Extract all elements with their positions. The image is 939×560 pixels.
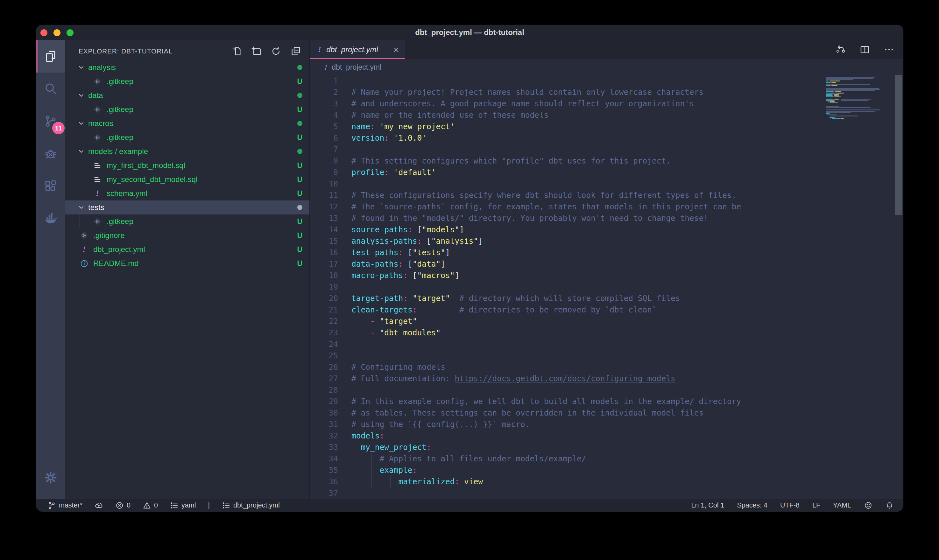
tree-file-schema.yml[interactable]: !schema.ymlU [65, 186, 309, 200]
close-window-button[interactable] [40, 29, 48, 36]
code-line[interactable]: source-paths: ["models"] [351, 224, 741, 235]
code-line[interactable]: # Name your project! Project names shoul… [351, 86, 741, 98]
new-folder-button[interactable] [251, 46, 262, 57]
code-line[interactable]: # Full documentation: https://docs.getdb… [351, 373, 741, 385]
status-warnings[interactable]: 0 [143, 501, 158, 510]
status-indentation[interactable]: Spaces: 4 [737, 502, 767, 509]
code-token: : [384, 133, 389, 143]
code-line[interactable]: version: '1.0.0' [351, 132, 741, 144]
code-token: : [426, 443, 431, 452]
tree-folder-analysis[interactable]: analysis [65, 60, 309, 74]
chevron-down-icon[interactable] [77, 120, 85, 127]
tree-file-.gitkeep[interactable]: .gitkeepU [65, 103, 309, 117]
tree-file-README.md[interactable]: README.mdU [65, 257, 309, 271]
new-file-button[interactable] [231, 46, 242, 57]
refresh-button[interactable] [271, 46, 282, 57]
code-line[interactable]: macro-paths: ["macros"] [351, 270, 741, 281]
status-errors[interactable]: 0 [115, 501, 131, 510]
status-cursor-position[interactable]: Ln 1, Col 1 [691, 502, 724, 509]
code-line[interactable] [351, 281, 741, 293]
code-line[interactable]: # and underscores. A good package name s… [351, 98, 741, 109]
zoom-window-button[interactable] [66, 29, 74, 36]
tree-file-.gitkeep[interactable]: .gitkeepU [65, 214, 309, 228]
status-publish[interactable] [94, 501, 103, 510]
code-line[interactable] [351, 338, 741, 350]
chevron-down-icon[interactable] [77, 64, 85, 71]
activity-item-settings[interactable] [36, 462, 65, 494]
status-encoding[interactable]: UTF-8 [780, 502, 800, 509]
code-line[interactable]: # The `source-paths` config, for example… [351, 201, 741, 212]
status-eol[interactable]: LF [812, 502, 820, 509]
code-line[interactable]: # Applies to all files under models/exam… [351, 453, 741, 465]
status-outline-file[interactable]: dbt_project.yml [222, 501, 280, 510]
tree-file-.gitignore[interactable]: .gitignoreU [65, 228, 309, 243]
code-token: dbt_modules [384, 328, 436, 337]
activity-item-search[interactable] [36, 72, 65, 105]
chevron-down-icon[interactable] [77, 92, 85, 99]
chevron-down-icon[interactable] [77, 204, 85, 211]
activity-item-explorer[interactable] [36, 40, 65, 72]
code-line[interactable] [351, 178, 741, 190]
tree-folder-data[interactable]: data [65, 88, 309, 103]
tree-file-.gitkeep[interactable]: .gitkeepU [65, 131, 309, 145]
more-actions-button[interactable] [884, 44, 894, 55]
code-line[interactable]: # In this example config, we tell dbt to… [351, 396, 741, 407]
code-line[interactable]: clean-targets: # directories to be remov… [351, 304, 741, 315]
status-outline-language[interactable]: yaml [170, 501, 196, 510]
code-line[interactable]: - "dbt_modules" [351, 327, 741, 338]
minimize-window-button[interactable] [54, 29, 60, 36]
status-language-mode[interactable]: YAML [833, 502, 851, 509]
code-line[interactable] [351, 350, 741, 362]
activity-item-extensions[interactable] [36, 170, 65, 202]
status-feedback[interactable] [864, 501, 873, 510]
tab-dbt-project-yml[interactable]: ! dbt_project.yml × [310, 40, 405, 59]
code-line[interactable]: analysis-paths: ["analysis"] [351, 235, 741, 247]
code-line[interactable]: # using the `{{ config(...) }}` macro. [351, 419, 741, 430]
git-untracked-badge: U [297, 231, 302, 240]
chevron-down-icon[interactable] [77, 148, 85, 155]
tree-folder-tests[interactable]: tests [65, 200, 309, 214]
code-line[interactable]: target-path: "target" # directory which … [351, 293, 741, 304]
code-line[interactable]: data-paths: ["data"] [351, 258, 741, 270]
activity-item-run-and-debug[interactable] [36, 137, 65, 170]
code-line[interactable]: # These configurations specify where dbt… [351, 190, 741, 201]
code-line[interactable] [351, 385, 741, 396]
code-line[interactable]: # This setting configures which "profile… [351, 155, 741, 167]
code-line[interactable]: # found in the "models/" directory. You … [351, 212, 741, 224]
code-line[interactable]: profile: 'default' [351, 167, 741, 178]
breadcrumb[interactable]: ! dbt_project.yml [310, 59, 904, 75]
close-tab-icon[interactable]: × [393, 45, 399, 55]
tree-file-dbt-project.yml[interactable]: !dbt_project.ymlU [65, 243, 309, 257]
tree-folder-models-example[interactable]: models / example [65, 145, 309, 158]
minimap[interactable] [826, 76, 882, 123]
code-line[interactable]: models: [351, 430, 741, 442]
code-line[interactable]: - "target" [351, 315, 741, 327]
tree-file-my-second-dbt-model.sql[interactable]: my_second_dbt_model.sqlU [65, 172, 309, 186]
outline-icon [170, 501, 179, 510]
code-line[interactable]: # as tables. These settings can be overr… [351, 407, 741, 419]
code-line[interactable] [351, 144, 741, 155]
refresh-icon [271, 46, 282, 57]
split-editor-button[interactable] [859, 44, 870, 55]
status-git-branch[interactable]: master* [48, 501, 82, 510]
code-line[interactable] [351, 75, 741, 86]
code-line[interactable]: # name or the intended use of these mode… [351, 109, 741, 121]
code-line[interactable]: test-paths: ["tests"] [351, 247, 741, 258]
activity-item-docker[interactable] [36, 202, 65, 235]
tree-file-my-first-dbt-model.sql[interactable]: my_first_dbt_model.sqlU [65, 158, 309, 172]
doc-link[interactable]: https://docs.getdbt.com/docs/configuring… [455, 374, 676, 383]
tree-folder-macros[interactable]: macros [65, 117, 309, 131]
code-line[interactable]: example: [351, 465, 741, 476]
code-line[interactable]: # Configuring models [351, 362, 741, 373]
activity-item-source-control[interactable]: 11 [36, 105, 65, 137]
code-line[interactable]: materialized: view [351, 476, 741, 488]
code-line[interactable]: my_new_project: [351, 442, 741, 453]
tree-file-.gitkeep[interactable]: .gitkeepU [65, 74, 309, 88]
open-changes-button[interactable] [835, 44, 846, 55]
status-notifications[interactable] [885, 501, 894, 510]
scrollbar-thumb[interactable] [895, 75, 902, 215]
code-line[interactable]: name: 'my_new_project' [351, 121, 741, 132]
collapse-all-button[interactable] [290, 46, 301, 57]
code-editor[interactable]: 1234567891011121314151617181920212223242… [310, 75, 904, 499]
code-line[interactable] [351, 488, 741, 499]
